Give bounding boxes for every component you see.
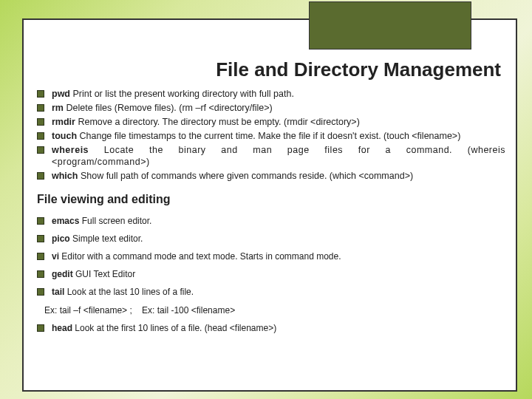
command-desc: Change file timestamps to the current ti…: [77, 131, 460, 141]
command-desc: Print or list the present working direct…: [70, 89, 294, 99]
command-desc: Look at the last 10 lines of a file.: [64, 287, 194, 297]
bullet-icon: [37, 270, 44, 278]
slide-content: pwd Print or list the present working di…: [37, 88, 505, 383]
command-desc: Delete files (Remove files). (rm –rf <di…: [64, 103, 273, 113]
command-name: whereis: [52, 145, 89, 155]
bullet-icon: [37, 217, 44, 225]
command-desc: Locate the binary and man page files for…: [52, 145, 505, 168]
list-item: emacs Full screen editor.: [37, 215, 505, 227]
command-desc: Editor with a command mode and text mode…: [59, 251, 341, 262]
command-desc: Show full path of commands where given c…: [78, 171, 413, 181]
bullet-icon: [37, 288, 44, 296]
command-name: pwd: [52, 89, 70, 99]
bullet-icon: [37, 235, 44, 242]
example-text: Ex: tail –f <filename> ; Ex: tail -100 <…: [44, 304, 505, 316]
command-name: gedit: [52, 269, 73, 279]
command-name: pico: [52, 233, 70, 244]
command-name: emacs: [52, 216, 79, 226]
slide-frame: File and Directory Management pwd Print …: [22, 18, 517, 392]
slide-title: File and Directory Management: [24, 58, 508, 81]
list-item: pwd Print or list the present working di…: [37, 88, 505, 100]
bullet-icon: [37, 172, 44, 180]
bullet-icon: [37, 324, 44, 332]
decorative-header-box: [309, 1, 471, 50]
command-name: touch: [52, 131, 77, 141]
list-item: head Look at the first 10 lines of a fil…: [37, 322, 505, 334]
command-desc: Full screen editor.: [79, 216, 151, 226]
command-name: rmdir: [52, 117, 75, 127]
command-name: head: [52, 323, 72, 333]
bullet-icon: [37, 146, 44, 154]
list-item: touch Change file timestamps to the curr…: [37, 130, 505, 143]
command-name: tail: [52, 287, 64, 297]
command-desc: Look at the first 10 lines of a file. (h…: [72, 323, 276, 333]
command-name: rm: [52, 103, 64, 113]
command-name: vi: [52, 251, 59, 262]
command-name: which: [52, 171, 78, 181]
bullet-icon: [37, 253, 44, 260]
section-file-directory: pwd Print or list the present working di…: [37, 88, 505, 183]
command-desc: Simple text editor.: [70, 233, 143, 244]
list-item: pico Simple text editor.: [37, 233, 505, 245]
command-desc: Remove a directory. The directory must b…: [75, 117, 360, 127]
list-item: which Show full path of commands where g…: [37, 170, 505, 183]
list-item: rmdir Remove a directory. The directory …: [37, 116, 505, 129]
list-item: vi Editor with a command mode and text m…: [37, 250, 505, 262]
bullet-icon: [37, 104, 44, 112]
section-file-viewing: emacs Full screen editor. pico Simple te…: [37, 215, 505, 334]
bullet-icon: [37, 132, 44, 140]
list-item: gedit GUI Text Editor: [37, 268, 505, 280]
bullet-icon: [37, 90, 44, 98]
bullet-icon: [37, 118, 44, 126]
section-heading: File viewing and editing: [37, 191, 505, 208]
list-item: whereis Locate the binary and man page f…: [37, 144, 505, 169]
command-desc: GUI Text Editor: [73, 269, 135, 279]
list-item: rm Delete files (Remove files). (rm –rf …: [37, 102, 505, 115]
list-item: tail Look at the last 10 lines of a file…: [37, 286, 505, 298]
